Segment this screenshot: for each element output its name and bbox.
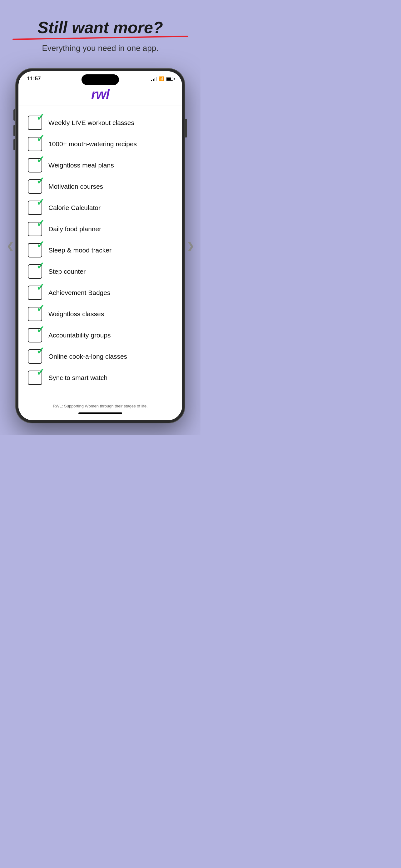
home-indicator	[78, 412, 122, 414]
item-label-2: 1000+ mouth-watering recipes	[48, 140, 137, 148]
checkbox-3	[28, 158, 42, 173]
checkmark-6	[33, 217, 45, 229]
checkmark-10	[33, 303, 45, 314]
checkbox-8	[28, 264, 42, 279]
signal-bar-1	[151, 80, 152, 81]
item-label-10: Weightloss classes	[48, 310, 104, 318]
item-label-6: Daily food planner	[48, 225, 101, 233]
page-subtitle: Everything you need in one app.	[12, 43, 188, 53]
logo-text: rwl	[91, 87, 109, 101]
list-item: Weekly LIVE workout classes	[28, 112, 173, 133]
item-label-3: Weightloss meal plans	[48, 161, 114, 169]
battery-fill	[166, 78, 171, 80]
signal-bar-2	[153, 79, 154, 81]
signal-icon	[151, 76, 157, 81]
page-header: Still want more? Everything you need in …	[0, 0, 201, 62]
checkbox-10	[28, 307, 42, 321]
list-item: Motivation courses	[28, 176, 173, 197]
item-label-13: Sync to smart watch	[48, 374, 107, 381]
phone-footer: RWL: Supporting Women through their stag…	[19, 398, 182, 420]
checkmark-1	[33, 111, 45, 122]
checkmark-2	[33, 132, 45, 144]
checkmark-5	[33, 196, 45, 208]
wifi-icon: 📶	[159, 76, 164, 81]
item-label-5: Calorie Calculator	[48, 204, 101, 212]
checkbox-13	[28, 371, 42, 385]
list-item: Sleep & mood tracker	[28, 240, 173, 261]
phone-wrapper: ❮ ❯ 11:57 📶	[10, 69, 191, 423]
checkbox-4	[28, 179, 42, 194]
checkmark-4	[33, 175, 45, 186]
footer-text: RWL: Supporting Women through their stag…	[53, 404, 148, 408]
checklist: Weekly LIVE workout classes 1000+ mouth-…	[19, 106, 182, 398]
checkmark-12	[33, 345, 45, 356]
checkbox-7	[28, 243, 42, 257]
list-item: Weightloss meal plans	[28, 155, 173, 176]
checkbox-5	[28, 200, 42, 215]
list-item: Step counter	[28, 261, 173, 282]
list-item: Accountability groups	[28, 324, 173, 346]
checkbox-12	[28, 349, 42, 364]
checkmark-7	[33, 239, 45, 250]
checkbox-1	[28, 116, 42, 130]
list-item: Online cook-a-long classes	[28, 346, 173, 367]
signal-bar-4	[156, 77, 157, 81]
checkmark-3	[33, 154, 45, 165]
item-label-9: Achievement Badges	[48, 289, 110, 297]
checkbox-6	[28, 222, 42, 236]
signal-bar-3	[154, 78, 155, 81]
list-item: 1000+ mouth-watering recipes	[28, 133, 173, 155]
carousel-arrow-right[interactable]: ❯	[187, 241, 194, 251]
phone-frame: 11:57 📶	[16, 69, 185, 423]
list-item: Calorie Calculator	[28, 197, 173, 218]
list-item: Weightloss classes	[28, 303, 173, 324]
checkmark-8	[33, 260, 45, 271]
list-item: Achievement Badges	[28, 282, 173, 303]
page-headline: Still want more?	[37, 19, 163, 36]
status-time: 11:57	[27, 75, 41, 82]
item-label-11: Accountability groups	[48, 332, 111, 339]
item-label-4: Motivation courses	[48, 183, 103, 190]
checkbox-9	[28, 286, 42, 300]
item-label-1: Weekly LIVE workout classes	[48, 119, 134, 127]
phone-screen: 11:57 📶	[19, 71, 182, 420]
checkbox-2	[28, 137, 42, 151]
battery-icon	[166, 77, 173, 81]
carousel-arrow-left[interactable]: ❮	[6, 241, 14, 251]
dynamic-island	[81, 74, 119, 85]
list-item: Sync to smart watch	[28, 367, 173, 389]
status-bar: 11:57 📶	[19, 71, 182, 82]
item-label-7: Sleep & mood tracker	[48, 247, 111, 254]
checkmark-13	[33, 366, 45, 377]
checkmark-11	[33, 324, 45, 335]
status-icons: 📶	[151, 76, 173, 81]
item-label-12: Online cook-a-long classes	[48, 353, 127, 360]
battery-body	[166, 77, 173, 81]
list-item: Daily food planner	[28, 218, 173, 240]
checkmark-9	[33, 281, 45, 292]
checkbox-11	[28, 328, 42, 342]
item-label-8: Step counter	[48, 268, 86, 275]
app-logo: rwl	[19, 82, 182, 106]
